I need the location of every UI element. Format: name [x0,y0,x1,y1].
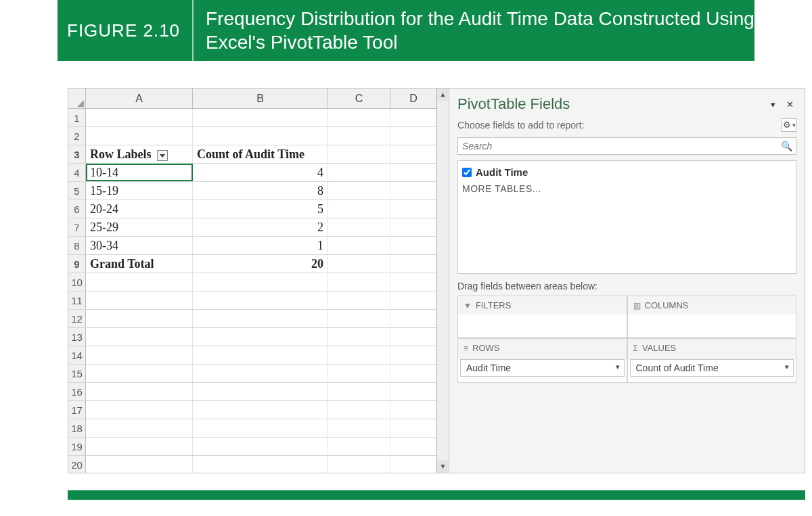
cell[interactable]: 20-24 [86,200,193,218]
chevron-down-icon[interactable]: ▾ [768,99,778,110]
cell[interactable] [328,237,390,254]
cell[interactable] [390,365,436,382]
row-header[interactable]: 19 [68,438,86,455]
row-header[interactable]: 10 [68,273,86,291]
cell[interactable] [86,109,193,126]
row-header[interactable]: 16 [68,383,86,400]
row-header[interactable]: 12 [68,310,86,327]
cell[interactable] [328,328,390,346]
cell[interactable] [390,291,436,309]
col-header-c[interactable]: C [328,89,390,108]
row-header[interactable]: 9 [68,255,86,273]
cell[interactable] [193,109,328,126]
cell[interactable] [390,328,436,346]
cell[interactable] [328,255,390,273]
field-audit-time[interactable]: Audit Time [462,165,792,179]
scroll-down-icon[interactable] [437,461,449,473]
cell[interactable] [328,182,390,200]
cell[interactable] [390,200,436,218]
cell[interactable] [193,456,328,473]
cell[interactable] [193,127,328,145]
cell[interactable] [328,200,390,218]
cell[interactable]: 1 [193,237,328,254]
row-header[interactable]: 5 [68,182,86,200]
row-header[interactable]: 18 [68,419,86,437]
area-filters[interactable]: ▼FILTERS [457,296,627,338]
cell[interactable] [86,346,193,364]
cell[interactable] [328,456,390,473]
row-header[interactable]: 13 [68,328,86,346]
cell[interactable] [390,255,436,273]
row-header[interactable]: 3 [68,145,86,163]
cell[interactable] [86,328,193,346]
cell[interactable]: 30-34 [86,237,193,254]
cell[interactable] [390,383,436,400]
area-rows[interactable]: ≡ROWS Audit Time [457,338,627,383]
row-header[interactable]: 14 [68,346,86,364]
row-header[interactable]: 7 [68,218,86,236]
search-input[interactable] [457,137,796,155]
cell[interactable] [193,291,328,309]
cell[interactable] [328,419,390,437]
cell[interactable] [193,310,328,327]
cell[interactable] [193,383,328,400]
cell[interactable] [328,218,390,236]
cell[interactable] [328,365,390,382]
cell[interactable]: 15-19 [86,182,193,200]
cell[interactable] [390,273,436,291]
cell[interactable] [328,145,390,163]
grand-total-label[interactable]: Grand Total [86,255,193,273]
values-chip[interactable]: Count of Audit Time [630,359,794,377]
row-header[interactable]: 11 [68,291,86,309]
cell[interactable] [193,419,328,437]
count-header[interactable]: Count of Audit Time [193,145,328,163]
cell[interactable] [86,365,193,382]
cell[interactable]: 5 [193,200,328,218]
cell[interactable] [390,237,436,254]
col-header-a[interactable]: A [86,89,193,108]
cell[interactable] [328,346,390,364]
cell[interactable] [86,383,193,400]
cell[interactable]: 2 [193,218,328,236]
cell[interactable]: 8 [193,182,328,200]
cell[interactable] [390,127,436,145]
cell[interactable] [390,218,436,236]
cell[interactable]: 25-29 [86,218,193,236]
cell[interactable] [328,273,390,291]
cell[interactable] [328,109,390,126]
row-header[interactable]: 6 [68,200,86,218]
row-labels-header[interactable]: Row Labels [86,145,193,163]
settings-button[interactable]: ⚙ ▾ [782,118,796,132]
cell[interactable] [328,401,390,419]
grand-total-value[interactable]: 20 [193,255,328,273]
cell[interactable] [390,456,436,473]
row-header[interactable]: 17 [68,401,86,419]
active-cell[interactable]: 10-14 [86,164,193,181]
search-icon[interactable]: 🔍 [781,141,792,151]
cell[interactable] [86,438,193,455]
cell[interactable] [193,438,328,455]
rows-chip[interactable]: Audit Time [460,359,625,377]
area-columns[interactable]: ▥COLUMNS [627,296,797,338]
cell[interactable] [86,273,193,291]
select-all-triangle[interactable] [68,89,86,108]
cell[interactable]: 4 [193,164,328,181]
cell[interactable] [193,365,328,382]
cell[interactable] [390,109,436,126]
area-values[interactable]: ΣVALUES Count of Audit Time [627,338,797,383]
cell[interactable] [328,127,390,145]
close-icon[interactable]: ✕ [784,99,796,110]
cell[interactable] [390,346,436,364]
cell[interactable] [193,328,328,346]
cell[interactable] [86,291,193,309]
more-tables-link[interactable]: MORE TABLES... [462,179,792,198]
scroll-up-icon[interactable] [437,89,449,101]
col-header-d[interactable]: D [390,89,436,108]
row-header[interactable]: 1 [68,109,86,126]
cell[interactable] [390,182,436,200]
cell[interactable] [390,145,436,163]
row-header[interactable]: 20 [68,456,86,473]
cell[interactable] [328,164,390,181]
col-header-b[interactable]: B [193,89,328,108]
row-header[interactable]: 15 [68,365,86,382]
